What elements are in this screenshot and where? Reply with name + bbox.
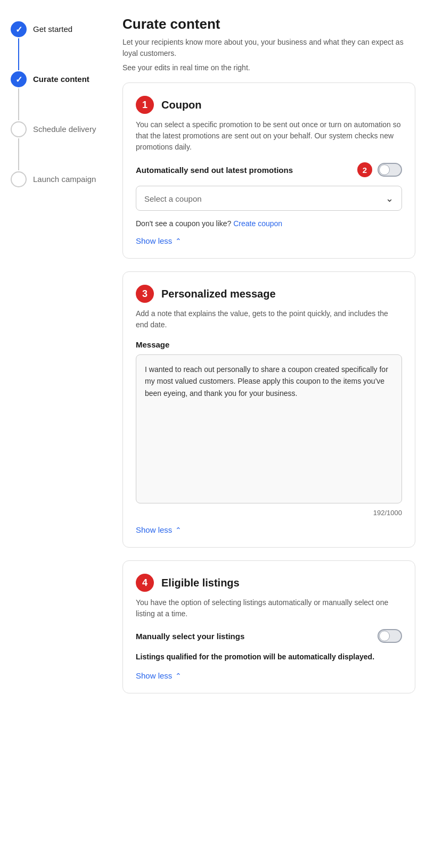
message-title: Personalized message	[161, 288, 276, 300]
step-label-get-started: Get started	[33, 21, 72, 35]
listings-toggle-row: Manually select your listings	[136, 629, 402, 643]
message-show-less-button[interactable]: Show less ⌃	[136, 525, 182, 534]
listings-auto-note: Listings qualified for the promotion wil…	[136, 651, 402, 663]
page-note: See your edits in real time on the right…	[122, 63, 415, 72]
sidebar-item-schedule-delivery[interactable]: Schedule delivery	[11, 121, 114, 171]
chevron-up-icon: ⌃	[175, 237, 182, 245]
page-title: Curate content	[122, 16, 415, 32]
step-connector-1	[18, 38, 19, 70]
coupon-toggle-switch[interactable]	[378, 163, 402, 177]
create-coupon-link[interactable]: Create coupon	[233, 219, 282, 228]
main-content: Curate content Let your recipients know …	[114, 16, 426, 706]
sidebar-item-get-started[interactable]: ✓ Get started	[11, 21, 114, 71]
listings-title: Eligible listings	[161, 577, 240, 589]
coupon-section: 1 Coupon You can select a specific promo…	[122, 82, 415, 259]
coupon-toggle-container: 2	[357, 162, 402, 177]
coupon-toggle-row: Automatically send out latest promotions…	[136, 162, 402, 177]
sidebar-item-curate-content[interactable]: ✓ Curate content	[11, 71, 114, 121]
coupon-toggle-label: Automatically send out latest promotions	[136, 166, 293, 175]
char-count: 192/1000	[136, 509, 402, 517]
step-circle-get-started: ✓	[11, 21, 27, 37]
listings-show-less-button[interactable]: Show less ⌃	[136, 671, 182, 680]
listings-toggle-switch[interactable]	[378, 629, 402, 643]
coupon-description: You can select a specific promotion to b…	[136, 119, 402, 153]
listings-section: 4 Eligible listings You have the option …	[122, 560, 415, 693]
coupon-header: 1 Coupon	[136, 96, 402, 114]
page-subtitle: Let your recipients know more about you,…	[122, 37, 415, 59]
step-circle-launch-campaign	[11, 171, 27, 187]
listings-toggle-label: Manually select your listings	[136, 632, 244, 641]
step-label-curate-content: Curate content	[33, 71, 89, 85]
step-label-launch-campaign: Launch campaign	[33, 171, 96, 185]
sidebar-item-launch-campaign[interactable]: Launch campaign	[11, 171, 114, 187]
listings-badge: 4	[136, 574, 154, 592]
coupon-title: Coupon	[161, 99, 202, 111]
listings-header: 4 Eligible listings	[136, 574, 402, 592]
step-connector-3	[18, 138, 19, 170]
step-circle-schedule-delivery	[11, 121, 27, 137]
chevron-up-icon-3: ⌃	[175, 672, 182, 680]
coupon-show-less-button[interactable]: Show less ⌃	[136, 236, 182, 245]
message-textarea[interactable]	[136, 354, 402, 503]
coupon-note: Don't see a coupon you like? Create coup…	[136, 219, 402, 228]
message-label: Message	[136, 340, 402, 349]
step-connector-2	[18, 88, 19, 120]
step-circle-curate-content: ✓	[11, 71, 27, 87]
message-badge: 3	[136, 285, 154, 303]
coupon-select-wrapper: ⌄ Select a coupon	[136, 186, 402, 211]
chevron-up-icon-2: ⌃	[175, 526, 182, 534]
message-header: 3 Personalized message	[136, 285, 402, 303]
message-description: Add a note that explains the value, gets…	[136, 308, 402, 330]
coupon-toggle-knob	[379, 164, 390, 175]
message-section: 3 Personalized message Add a note that e…	[122, 271, 415, 548]
coupon-toggle-badge: 2	[357, 162, 372, 177]
coupon-select[interactable]	[136, 186, 402, 211]
coupon-badge: 1	[136, 96, 154, 114]
sidebar: ✓ Get started ✓ Curate content Schedule …	[11, 16, 114, 706]
listings-toggle-knob	[379, 631, 390, 641]
step-label-schedule-delivery: Schedule delivery	[33, 121, 96, 135]
listings-description: You have the option of selecting listing…	[136, 597, 402, 619]
